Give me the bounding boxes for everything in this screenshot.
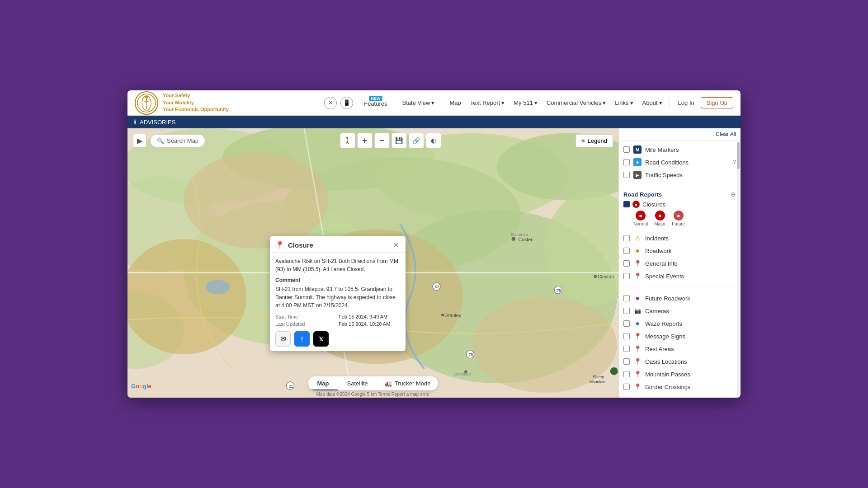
features-label: Features	[364, 100, 387, 107]
google-logo: Google	[131, 383, 151, 389]
logo	[135, 91, 158, 115]
road-conditions-checkbox[interactable]	[623, 159, 630, 165]
main-content: Custer Bonanza Clayton Stanley Grandjean…	[127, 128, 741, 398]
closure-icons-row: ● Normal ● Major ● Future	[619, 210, 741, 229]
special-events-icon: 📍	[633, 272, 642, 280]
map-mode-button[interactable]: Map	[308, 376, 338, 390]
future-roadwork-label: Future Roadwork	[645, 295, 736, 302]
road-reports-title: Road Reports	[623, 191, 662, 198]
svg-text:Bonanza: Bonanza	[511, 232, 528, 237]
map-nav[interactable]: Map	[446, 98, 464, 108]
header: Your Safety Your Mobility Your Economic …	[127, 90, 741, 116]
normal-closure-item: ● Normal	[633, 211, 648, 226]
normal-closure-label: Normal	[633, 221, 648, 226]
general-info-checkbox[interactable]	[623, 260, 630, 267]
zoom-in-button[interactable]: +	[357, 133, 373, 148]
save-tool-button[interactable]: 💾	[392, 133, 407, 148]
road-conditions-help-icon[interactable]: ?	[733, 159, 736, 165]
logo-text: Your Safety Your Mobility Your Economic …	[163, 92, 229, 113]
email-share-button[interactable]: ✉	[275, 331, 291, 347]
search-map-button[interactable]: 🔍 Search Map	[150, 134, 205, 147]
message-signs-icon: 📍	[633, 332, 642, 340]
major-closure-label: Major	[654, 221, 665, 226]
facebook-share-button[interactable]: f	[294, 331, 310, 347]
roadwork-checkbox[interactable]	[623, 248, 630, 254]
svg-text:Sheep: Sheep	[593, 375, 604, 379]
login-button[interactable]: Log In	[674, 98, 699, 108]
cameras-checkbox[interactable]	[623, 308, 630, 314]
border-crossings-checkbox[interactable]	[623, 384, 630, 390]
traffic-speeds-checkbox[interactable]	[623, 172, 630, 178]
legend-button[interactable]: ≡ Legend	[576, 134, 613, 147]
scrollbar-thumb[interactable]	[737, 142, 740, 169]
legend-row-incidents: ⚠ Incidents	[623, 232, 736, 244]
legend-row-mountain-passes: 📍 Mountain Passes	[623, 368, 736, 380]
trucker-mode-button[interactable]: 🚛 Trucker Mode	[377, 376, 438, 390]
closure-close-button[interactable]: ✕	[391, 240, 400, 249]
about-nav[interactable]: About ▾	[639, 98, 666, 108]
road-conditions-icon: ●	[633, 158, 642, 166]
mountain-passes-checkbox[interactable]	[623, 371, 630, 377]
expand-button[interactable]: ▶	[133, 134, 146, 147]
legend-row-message-signs: 📍 Message Signs	[623, 330, 736, 343]
satellite-mode-button[interactable]: Satellite	[338, 376, 377, 390]
rest-areas-checkbox[interactable]	[623, 346, 630, 352]
x-icon-btn[interactable]: ✕	[324, 97, 337, 109]
twitter-share-button[interactable]: 𝕏	[313, 331, 329, 347]
closure-header: 📍 Closure ✕	[270, 236, 406, 253]
app-window: Your Safety Your Mobility Your Economic …	[127, 90, 741, 398]
map-toolbar-left: ▶ 🔍 Search Map	[133, 134, 205, 147]
roadwork-icon: ●	[633, 247, 642, 255]
border-crossings-label: Border Crossings	[645, 384, 736, 390]
roadwork-label: Roadwork	[645, 248, 736, 254]
major-closure-item: ● Major	[654, 211, 665, 226]
state-view-nav[interactable]: State View ▾	[399, 98, 439, 108]
incidents-label: Incidents	[645, 235, 736, 242]
oasis-locations-checkbox[interactable]	[623, 358, 630, 365]
legend-row-oasis-locations: 📍 Oasis Locations	[623, 355, 736, 368]
map-container[interactable]: Custer Bonanza Clayton Stanley Grandjean…	[127, 128, 618, 398]
special-events-checkbox[interactable]	[623, 273, 630, 279]
legend-row-road-conditions: ● Road Conditions ?	[623, 156, 736, 169]
share-tool-button[interactable]: 🔗	[409, 133, 424, 148]
general-info-icon: 📍	[633, 259, 642, 267]
zoom-out-button[interactable]: −	[374, 133, 390, 148]
contrast-tool-button[interactable]: ◐	[426, 133, 441, 148]
header-icons: ✕ 📱	[324, 97, 353, 109]
road-reports-section-header[interactable]: Road Reports ⊖	[619, 188, 741, 199]
commercial-vehicles-nav[interactable]: Commercial Vehicles ▾	[543, 98, 609, 108]
features-button[interactable]: NEW Features	[360, 99, 391, 107]
incidents-checkbox[interactable]	[623, 235, 630, 241]
text-report-nav[interactable]: Text Report ▾	[467, 98, 508, 108]
closure-body: Avalanche Risk on SH-21 Both Directions …	[270, 253, 406, 351]
future-closure-icon: ●	[674, 211, 684, 221]
signup-button[interactable]: Sign Up	[701, 97, 733, 108]
logo-area: Your Safety Your Mobility Your Economic …	[135, 91, 229, 115]
clear-all-button[interactable]: Clear All	[716, 131, 736, 137]
mile-markers-checkbox[interactable]	[623, 146, 630, 153]
closures-checkbox[interactable]	[623, 201, 630, 207]
future-roadwork-checkbox[interactable]	[623, 295, 630, 301]
svg-text:Clayton: Clayton	[598, 274, 614, 279]
scrollbar-track[interactable]	[737, 142, 740, 398]
phone-icon-btn[interactable]: 📱	[340, 97, 353, 109]
incidents-icon: ⚠	[633, 234, 642, 242]
major-closure-icon: ●	[655, 211, 665, 221]
legend-section-other: ● Future Roadwork 📷 Cameras ● Waze Repor…	[619, 289, 741, 396]
message-signs-checkbox[interactable]	[623, 333, 630, 339]
map-attribution: Map data ©2024 Google 5 km Terms Report …	[316, 392, 430, 397]
tagline1: Your Safety	[163, 92, 229, 99]
links-nav[interactable]: Links ▾	[611, 98, 637, 108]
svg-point-27	[441, 314, 444, 316]
rest-areas-label: Rest Areas	[645, 346, 736, 352]
header-right: ✕ 📱 NEW Features State View ▾ Map Text R…	[324, 97, 733, 109]
my511-nav[interactable]: My 511 ▾	[510, 98, 541, 108]
legend-row-traffic-speeds: ▶ Traffic Speeds	[623, 169, 736, 181]
future-closure-label: Future	[672, 221, 685, 226]
advisories-bar: ℹ ADVISORIES	[127, 116, 741, 128]
person-tool-button[interactable]: 🚶	[340, 133, 355, 148]
waze-reports-checkbox[interactable]	[623, 320, 630, 327]
closure-comment-label: Comment	[275, 277, 400, 283]
legend-row-special-events: 📍 Special Events	[623, 270, 736, 282]
closures-row: ● Closures	[619, 199, 741, 210]
